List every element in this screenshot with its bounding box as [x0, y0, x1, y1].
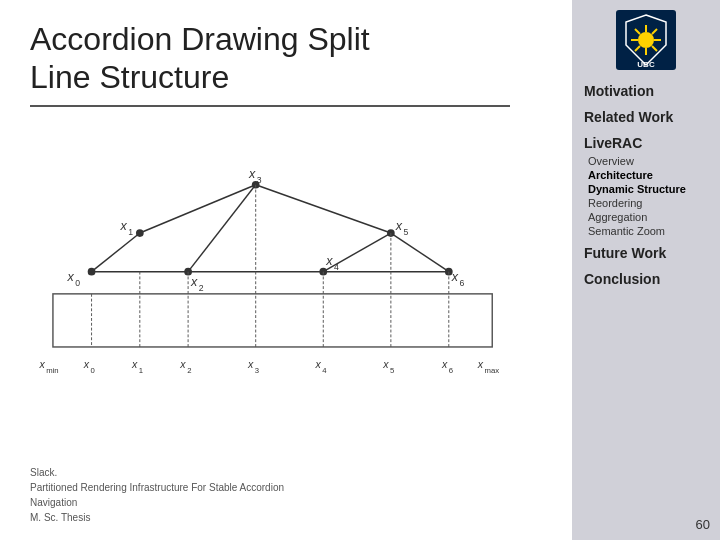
title-line2: Line Structure [30, 59, 229, 95]
svg-line-0 [92, 233, 140, 272]
sidebar-section-motivation[interactable]: Motivation [580, 80, 712, 102]
sidebar-heading-conclusion[interactable]: Conclusion [580, 268, 712, 290]
svg-text:4: 4 [322, 366, 327, 375]
svg-text:x: x [38, 358, 45, 370]
svg-text:0: 0 [91, 366, 95, 375]
svg-text:6: 6 [449, 366, 453, 375]
svg-text:x: x [247, 358, 254, 370]
svg-line-1 [140, 185, 256, 233]
svg-rect-30 [53, 294, 492, 347]
svg-text:x: x [190, 275, 198, 289]
sidebar-section-related-work[interactable]: Related Work [580, 106, 712, 128]
svg-text:max: max [485, 366, 500, 375]
svg-text:x: x [451, 270, 459, 284]
sidebar-subitem-semantic-zoom[interactable]: Semantic Zoom [580, 224, 712, 238]
svg-text:x: x [120, 219, 128, 233]
sidebar-heading-related-work[interactable]: Related Work [580, 106, 712, 128]
svg-text:5: 5 [403, 227, 408, 237]
svg-point-58 [638, 32, 654, 48]
sidebar-section-conclusion[interactable]: Conclusion [580, 268, 712, 290]
svg-text:min: min [46, 366, 58, 375]
sidebar: UBC Motivation Related Work LiveRAC Over… [572, 0, 720, 540]
title-line1: Accordion Drawing Split [30, 21, 370, 57]
citation-line4: M. Sc. Thesis [30, 512, 90, 523]
svg-text:4: 4 [334, 262, 339, 272]
citation: Slack. Partitioned Rendering Infrastruct… [30, 465, 542, 525]
sidebar-subitem-architecture[interactable]: Architecture [580, 168, 712, 182]
svg-text:5: 5 [390, 366, 394, 375]
svg-text:x: x [179, 358, 186, 370]
main-content: Accordion Drawing Split Line Structure [0, 0, 572, 540]
svg-text:x: x [131, 358, 138, 370]
svg-point-9 [88, 268, 96, 276]
sidebar-subitem-overview[interactable]: Overview [580, 154, 712, 168]
svg-line-8 [391, 233, 449, 272]
sidebar-subitem-dynamic-structure[interactable]: Dynamic Structure [580, 182, 712, 196]
svg-text:x: x [66, 270, 74, 284]
sidebar-heading-liverac[interactable]: LiveRAC [580, 132, 712, 154]
sidebar-section-liverac[interactable]: LiveRAC Overview Architecture Dynamic St… [580, 132, 712, 238]
sidebar-subitem-aggregation[interactable]: Aggregation [580, 210, 712, 224]
svg-text:2: 2 [187, 366, 191, 375]
svg-text:6: 6 [459, 278, 464, 288]
svg-text:x: x [441, 358, 448, 370]
svg-text:x: x [382, 358, 389, 370]
title-underline [30, 105, 510, 107]
svg-text:x: x [248, 167, 256, 181]
svg-text:x: x [83, 358, 90, 370]
svg-text:UBC: UBC [637, 60, 655, 69]
svg-text:x: x [395, 219, 403, 233]
svg-text:3: 3 [257, 175, 262, 185]
sidebar-heading-motivation[interactable]: Motivation [580, 80, 712, 102]
citation-line2: Partitioned Rendering Infrastructure For… [30, 482, 284, 493]
citation-line1: Slack. [30, 467, 57, 478]
svg-line-5 [256, 185, 391, 233]
citation-line3: Navigation [30, 497, 77, 508]
svg-text:x: x [325, 254, 333, 268]
svg-text:2: 2 [199, 283, 204, 293]
accordion-diagram: x 0 x 1 x 2 x 3 x 4 x 5 x 6 x [30, 122, 520, 402]
svg-text:3: 3 [255, 366, 259, 375]
svg-text:x: x [315, 358, 322, 370]
ubc-logo: UBC [616, 10, 676, 70]
svg-text:x: x [477, 358, 484, 370]
svg-text:1: 1 [139, 366, 143, 375]
slide-title: Accordion Drawing Split Line Structure [30, 20, 542, 97]
sidebar-heading-future-work[interactable]: Future Work [580, 242, 712, 264]
drawing-area: x 0 x 1 x 2 x 3 x 4 x 5 x 6 x [30, 122, 542, 460]
svg-text:1: 1 [128, 227, 133, 237]
page-number: 60 [696, 517, 710, 532]
svg-text:0: 0 [75, 278, 80, 288]
sidebar-section-future-work[interactable]: Future Work [580, 242, 712, 264]
svg-line-2 [188, 185, 256, 272]
svg-point-10 [136, 229, 144, 237]
sidebar-subitem-reordering[interactable]: Reordering [580, 196, 712, 210]
